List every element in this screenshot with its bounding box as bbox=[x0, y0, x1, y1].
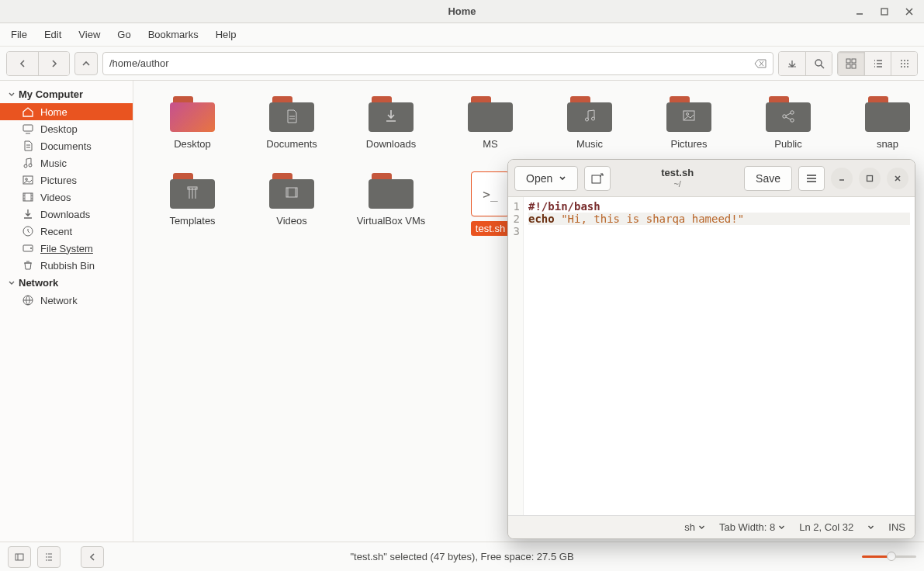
fm-statusbar: "test.sh" selected (47 bytes), Free spac… bbox=[0, 542, 924, 571]
sidebar-item-filesystem[interactable]: File System bbox=[0, 240, 133, 257]
gedit-title: test.sh ~/ bbox=[617, 168, 738, 188]
gedit-lineendings-selector[interactable] bbox=[867, 524, 874, 531]
show-treeview-button[interactable] bbox=[37, 546, 61, 568]
svg-point-30 bbox=[791, 111, 794, 114]
sidebar-item-desktop[interactable]: Desktop bbox=[0, 120, 133, 137]
svg-point-28 bbox=[687, 113, 689, 116]
path-clear-icon[interactable] bbox=[754, 59, 767, 68]
gedit-minimize-button[interactable] bbox=[831, 168, 853, 189]
menu-view[interactable]: View bbox=[71, 26, 108, 43]
menu-help[interactable]: Help bbox=[208, 26, 244, 43]
gedit-window: Open test.sh ~/ Save 1 2 3 #!/bin/bash e… bbox=[507, 159, 915, 539]
search-button[interactable] bbox=[805, 52, 832, 75]
sidebar-item-network[interactable]: Network bbox=[0, 292, 133, 309]
sidebar-item-recent[interactable]: Recent bbox=[0, 223, 133, 240]
file-item-music[interactable]: Music bbox=[542, 95, 638, 151]
forward-button[interactable] bbox=[38, 52, 69, 75]
svg-point-12 bbox=[901, 66, 902, 67]
sidebar-item-downloads[interactable]: Downloads bbox=[0, 206, 133, 223]
folder-icon bbox=[170, 171, 215, 209]
gedit-new-tab-button[interactable] bbox=[584, 166, 611, 191]
close-sidebar-button[interactable] bbox=[81, 546, 104, 568]
file-item-desktop[interactable]: Desktop bbox=[144, 95, 241, 151]
gedit-open-button[interactable]: Open bbox=[514, 166, 578, 191]
path-input[interactable]: /home/author bbox=[102, 52, 773, 75]
folder-icon bbox=[567, 95, 612, 132]
svg-point-19 bbox=[26, 178, 28, 181]
sidebar-item-pictures[interactable]: Pictures bbox=[0, 171, 133, 189]
view-icons-button[interactable] bbox=[838, 52, 864, 75]
file-item-documents[interactable]: Documents bbox=[244, 95, 340, 151]
zoom-slider[interactable] bbox=[862, 555, 916, 558]
folder-icon bbox=[170, 95, 215, 132]
gedit-language-selector[interactable]: sh bbox=[684, 521, 705, 533]
fm-close-button[interactable] bbox=[899, 3, 919, 20]
back-button[interactable] bbox=[7, 52, 38, 75]
svg-point-8 bbox=[907, 60, 908, 61]
sidebar-item-documents[interactable]: Documents bbox=[0, 137, 133, 154]
svg-rect-15 bbox=[23, 125, 33, 131]
fm-title: Home bbox=[448, 5, 476, 17]
gedit-maximize-button[interactable] bbox=[859, 168, 881, 189]
gedit-hamburger-button[interactable] bbox=[798, 166, 825, 191]
parent-dir-button[interactable] bbox=[74, 52, 98, 75]
sidebar-item-rubbish-bin[interactable]: Rubbish Bin bbox=[0, 257, 133, 274]
gedit-headerbar: Open test.sh ~/ Save bbox=[508, 160, 915, 197]
svg-rect-36 bbox=[867, 175, 873, 181]
sidebar-item-music[interactable]: Music bbox=[0, 154, 133, 171]
gedit-insert-mode[interactable]: INS bbox=[888, 521, 905, 533]
svg-point-13 bbox=[904, 66, 905, 67]
sidebar-item-videos[interactable]: Videos bbox=[0, 189, 133, 206]
menu-file[interactable]: File bbox=[3, 26, 35, 43]
svg-point-16 bbox=[24, 164, 27, 168]
svg-point-31 bbox=[791, 119, 794, 122]
fm-titlebar: Home bbox=[0, 0, 924, 23]
svg-rect-3 bbox=[852, 59, 856, 63]
file-item-public[interactable]: Public bbox=[740, 95, 836, 151]
file-item-videos[interactable]: Videos bbox=[244, 171, 340, 236]
file-item-downloads[interactable]: Downloads bbox=[343, 95, 439, 151]
fm-menubar: File Edit View Go Bookmarks Help bbox=[0, 23, 924, 47]
gedit-tabwidth-selector[interactable]: Tab Width: 8 bbox=[719, 521, 785, 533]
gedit-save-button[interactable]: Save bbox=[744, 166, 792, 191]
svg-rect-0 bbox=[881, 9, 888, 15]
file-item-virtualbox-vms[interactable]: VirtualBox VMs bbox=[343, 171, 439, 236]
svg-point-11 bbox=[907, 63, 908, 64]
svg-point-7 bbox=[904, 60, 905, 61]
svg-point-25 bbox=[586, 118, 589, 121]
file-item-templates[interactable]: Templates bbox=[144, 171, 241, 236]
sidebar-section-my-computer[interactable]: My Computer bbox=[0, 85, 133, 103]
fm-minimize-button[interactable] bbox=[850, 3, 870, 20]
file-item-snap[interactable]: snap bbox=[839, 95, 924, 151]
menu-bookmarks[interactable]: Bookmarks bbox=[140, 26, 206, 43]
show-places-button[interactable] bbox=[8, 546, 31, 568]
sidebar-item-home[interactable]: Home bbox=[0, 103, 133, 120]
svg-point-23 bbox=[30, 247, 32, 249]
sidebar-section-network[interactable]: Network bbox=[0, 274, 133, 292]
fm-sidebar: My Computer Home Desktop Documents Music… bbox=[0, 81, 133, 542]
fm-maximize-button[interactable] bbox=[874, 3, 895, 20]
svg-rect-2 bbox=[846, 59, 850, 63]
menu-go[interactable]: Go bbox=[109, 26, 138, 43]
folder-icon bbox=[269, 171, 314, 209]
path-text: /home/author bbox=[109, 57, 169, 69]
menu-edit[interactable]: Edit bbox=[36, 26, 69, 43]
svg-point-1 bbox=[815, 60, 822, 66]
toggle-path-button[interactable] bbox=[779, 52, 805, 75]
file-item-pictures[interactable]: Pictures bbox=[641, 95, 737, 151]
gedit-close-button[interactable] bbox=[887, 168, 908, 189]
folder-icon bbox=[369, 95, 414, 132]
svg-point-29 bbox=[783, 115, 786, 118]
chevron-down-icon bbox=[867, 524, 874, 531]
svg-point-26 bbox=[592, 117, 595, 120]
gedit-editor[interactable]: 1 2 3 #!/bin/bash echo "Hi, this is shar… bbox=[508, 197, 915, 515]
view-compact-button[interactable] bbox=[891, 52, 917, 75]
svg-point-17 bbox=[29, 164, 32, 167]
svg-point-6 bbox=[901, 60, 902, 61]
gedit-code[interactable]: #!/bin/bash echo "Hi, this is sharqa ham… bbox=[524, 197, 915, 515]
svg-rect-4 bbox=[846, 64, 850, 68]
view-list-button[interactable] bbox=[864, 52, 891, 75]
svg-point-10 bbox=[904, 63, 905, 64]
folder-icon bbox=[766, 95, 811, 132]
file-item-ms[interactable]: MS bbox=[442, 95, 538, 151]
